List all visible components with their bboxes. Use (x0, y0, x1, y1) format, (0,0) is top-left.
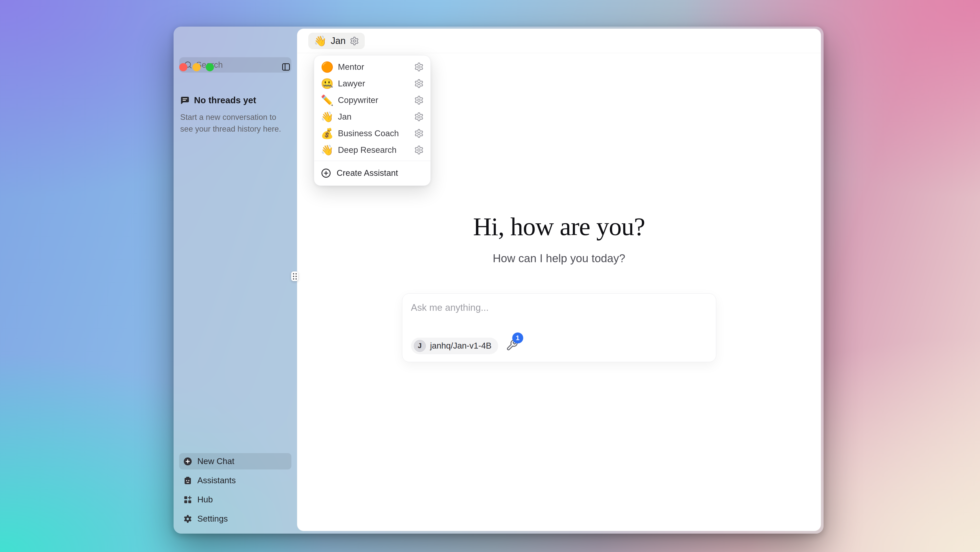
close-button[interactable] (179, 63, 187, 71)
gear-icon[interactable] (414, 145, 424, 155)
model-selector[interactable]: J janhq/Jan-v1-4B (411, 337, 498, 354)
plus-circle-icon (183, 457, 192, 466)
sidebar-item-hub[interactable]: Hub (179, 492, 291, 508)
main-panel: 👋 Jan 🟠 Mentor 🤐 Lawyer ✏️ Copywriter (297, 29, 821, 531)
menu-item-business-coach[interactable]: 💰 Business Coach (314, 125, 430, 142)
chat-composer: J janhq/Jan-v1-4B 1 (402, 293, 716, 362)
empty-description: Start a new conversation to see your thr… (180, 111, 290, 135)
assistant-selector-button[interactable]: 👋 Jan (308, 33, 365, 49)
menu-item-deep-research[interactable]: 👋 Deep Research (314, 142, 430, 158)
tools-button[interactable]: 1 (506, 339, 519, 352)
sidebar-item-assistants[interactable]: Assistants (179, 472, 291, 488)
empty-title-text: No threads yet (194, 95, 256, 105)
sidebar-nav: New Chat Assistants Hub Settings (179, 453, 291, 534)
menu-item-copywriter[interactable]: ✏️ Copywriter (314, 92, 430, 108)
sidebar-toggle-icon[interactable] (282, 62, 291, 72)
tools-count-badge: 1 (512, 332, 523, 344)
minimize-button[interactable] (192, 63, 200, 71)
assistant-emoji: 👋 (321, 112, 332, 122)
nav-label: Settings (197, 514, 228, 523)
gear-icon[interactable] (414, 95, 424, 105)
threads-empty-state: No threads yet Start a new conversation … (179, 95, 291, 135)
nav-label: Hub (197, 495, 213, 504)
app-window: Search No threads yet Start a new conver… (173, 27, 824, 534)
model-name: janhq/Jan-v1-4B (430, 341, 492, 351)
assistant-emoji: 🤐 (321, 78, 332, 89)
menu-item-jan[interactable]: 👋 Jan (314, 108, 430, 125)
assistant-robot-icon (183, 476, 192, 485)
titlebar: 👋 Jan (297, 29, 821, 53)
nav-label: Assistants (197, 476, 235, 485)
assistant-emoji: 💰 (321, 128, 332, 138)
model-avatar: J (414, 340, 426, 352)
chat-bubble-icon (180, 95, 190, 105)
create-assistant-button[interactable]: Create Assistant (314, 164, 430, 183)
assistant-name: Jan (331, 35, 345, 46)
greeting-heading: Hi, how are you? (473, 212, 645, 241)
plus-circle-outline-icon (321, 168, 331, 178)
assistant-emoji: 👋 (321, 145, 332, 155)
nav-label: New Chat (197, 457, 234, 466)
panel-resize-handle[interactable] (291, 271, 298, 281)
zoom-button[interactable] (206, 63, 214, 71)
gear-icon[interactable] (414, 62, 424, 72)
greeting-subtitle: How can I help you today? (493, 252, 625, 265)
assistant-menu: 🟠 Mentor 🤐 Lawyer ✏️ Copywriter 👋 Jan 💰 (314, 55, 431, 186)
gear-icon[interactable] (414, 112, 424, 122)
gear-icon[interactable] (350, 36, 359, 46)
menu-item-lawyer[interactable]: 🤐 Lawyer (314, 75, 430, 92)
gear-icon (183, 514, 192, 523)
gear-icon[interactable] (414, 79, 424, 88)
chat-input[interactable] (411, 302, 707, 326)
assistant-emoji: ✏️ (321, 95, 332, 105)
assistant-emoji: 👋 (314, 36, 327, 46)
menu-item-mentor[interactable]: 🟠 Mentor (314, 59, 430, 75)
sidebar: Search No threads yet Start a new conver… (173, 27, 297, 534)
sidebar-item-settings[interactable]: Settings (179, 511, 291, 527)
window-controls (179, 63, 214, 71)
hub-grid-icon (183, 495, 192, 504)
assistant-emoji: 🟠 (321, 62, 332, 72)
gear-icon[interactable] (414, 129, 424, 138)
sidebar-item-new-chat[interactable]: New Chat (179, 453, 291, 469)
